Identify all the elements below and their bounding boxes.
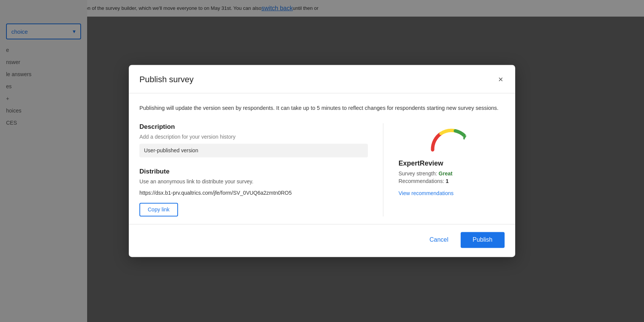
right-column: ExpertReview Survey strength: Great Reco… (383, 123, 505, 217)
distribute-hint: Use an anonymous link to distribute your… (139, 179, 368, 185)
close-button[interactable]: × (497, 74, 505, 85)
description-label: Description (139, 123, 368, 131)
recommendations-row: Recommendations: 1 (399, 178, 449, 184)
modal-footer: Cancel Publish (129, 224, 515, 257)
gauge-chart (427, 123, 476, 154)
expert-review-title: ExpertReview (399, 160, 443, 168)
strength-label: Survey strength: (399, 171, 439, 177)
strength-value: Great (439, 171, 453, 177)
recommendations-label: Recommendations: (399, 178, 446, 184)
modal-header: Publish survey × (129, 65, 515, 93)
left-column: Description Add a description for your v… (139, 123, 383, 217)
cancel-button[interactable]: Cancel (424, 233, 455, 247)
publish-info-text: Publishing will update the version seen … (139, 104, 505, 113)
modal-two-column: Description Add a description for your v… (139, 123, 505, 217)
survey-link-text: https://dsx.b1-prv.qualtrics.com/jfe/for… (139, 190, 368, 196)
modal-body: Publishing will update the version seen … (129, 93, 515, 224)
publish-button[interactable]: Publish (461, 232, 505, 248)
description-input[interactable] (139, 144, 368, 158)
recommendations-count: 1 (446, 178, 449, 184)
publish-survey-modal: Publish survey × Publishing will update … (129, 65, 515, 257)
distribute-label: Distribute (139, 168, 368, 176)
survey-strength-row: Survey strength: Great (399, 171, 452, 177)
view-recommendations-link[interactable]: View recommendations (399, 191, 453, 197)
modal-title: Publish survey (139, 75, 194, 84)
description-hint: Add a description for your version histo… (139, 134, 368, 140)
copy-link-button[interactable]: Copy link (139, 203, 178, 217)
gauge-container (399, 123, 505, 154)
